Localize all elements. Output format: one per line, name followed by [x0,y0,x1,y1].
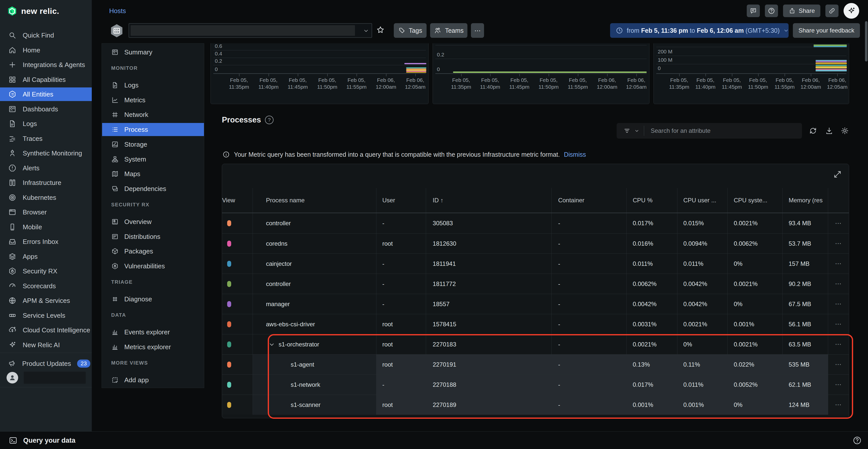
host-nav-item-vulnerabilities[interactable]: Vulnerabilities [102,259,204,272]
sidebar-item-home[interactable]: Home [0,43,92,57]
help-circle-icon[interactable]: ? [265,116,274,124]
table-row-s1-scanner[interactable]: s1-scannerroot2270189-0.001%0.001%0%124 … [222,394,849,415]
row-menu-button[interactable]: ⋯ [828,354,849,375]
host-selector[interactable] [129,23,372,38]
table-row-s1-orchestrator[interactable]: s1-orchestratorroot2270183-0.0021%0%0.00… [222,334,849,354]
column-header-cpu-syste[interactable]: CPU syste... [727,188,782,213]
sidebar-item-apm-services[interactable]: APM & Services [0,294,92,308]
share-button[interactable]: Share [783,4,820,17]
row-menu-button[interactable]: ⋯ [828,375,849,394]
host-nav-item-dependencies[interactable]: Dependencies [102,182,204,195]
column-header-container[interactable]: Container [552,188,627,213]
help-button[interactable] [765,4,778,17]
download-icon[interactable] [825,127,833,135]
scrollbar-thumb[interactable] [865,21,868,62]
column-header-user[interactable]: User [376,188,426,213]
chevron-down-icon[interactable] [269,341,275,348]
sidebar-item-infrastructure[interactable]: Infrastructure [0,176,92,190]
sidebar-item-dashboards[interactable]: Dashboards [0,102,92,116]
host-nav-item-diagnose[interactable]: Diagnose [102,292,204,306]
row-menu-button[interactable]: ⋯ [828,395,849,415]
host-nav-item-packages[interactable]: Packages [102,245,204,258]
sidebar-item-all-entities[interactable]: All Entities [0,88,92,101]
sidebar-item-product-updates[interactable]: Product Updates 23 [0,357,92,371]
column-header-view[interactable]: View [222,188,253,213]
host-nav-item-metrics[interactable]: Metrics [102,94,204,106]
column-header-process-name[interactable]: Process name [253,188,376,213]
host-nav-item-add-app[interactable]: Add app [102,374,204,386]
host-nav-item-logs[interactable]: Logs [102,78,204,92]
host-nav-item-storage[interactable]: Storage [102,138,204,151]
feedback-button[interactable]: Share your feedback [793,23,860,38]
row-menu-button[interactable]: ⋯ [828,294,849,314]
sidebar-item-scorecards[interactable]: Scorecards [0,279,92,293]
teams-button[interactable]: Teams [430,23,467,38]
sidebar-item-service-levels[interactable]: Service Levels [0,309,92,322]
feedback-comment-button[interactable] [747,4,760,17]
help-circle-icon[interactable] [852,436,862,445]
host-nav-item-metrics-explorer[interactable]: Metrics explorer [102,341,204,353]
host-nav-item-maps[interactable]: Maps [102,167,204,181]
host-nav-item-distributions[interactable]: Distributions [102,230,204,243]
table-row-coredns[interactable]: corednsroot1812630-0.016%0.0094%0.0062%5… [222,233,849,254]
table-row-s1-network[interactable]: s1-network-2270188-0.017%0.011%0.0052%62… [222,375,849,394]
host-nav-item-network[interactable]: Network [102,108,204,121]
gear-icon[interactable] [840,127,849,135]
row-menu-button[interactable]: ⋯ [828,233,849,254]
column-header-memory-res[interactable]: Memory (res [782,188,828,213]
sidebar-item-browser[interactable]: Browser [0,205,92,219]
ai-assistant-button[interactable] [843,3,859,19]
column-header-menu[interactable] [828,188,849,213]
row-menu-button[interactable]: ⋯ [828,334,849,354]
sidebar-item-cloud-cost-intelligence[interactable]: Cloud Cost Intelligence [0,323,92,337]
row-menu-button[interactable]: ⋯ [828,213,849,233]
sidebar-item-apps[interactable]: Apps [0,250,92,263]
filter-icon[interactable] [623,127,631,134]
sidebar-item-logs[interactable]: Logs [0,117,92,130]
sidebar-item-new-relic-ai[interactable]: New Relic AI [0,338,92,352]
column-header-cpu-user[interactable]: CPU user ... [677,188,728,213]
row-menu-button[interactable]: ⋯ [828,274,849,294]
table-row-s1-agent[interactable]: s1-agentroot2270191-0.13%0.11%0.022%535 … [222,354,849,375]
sidebar-item-synthetic-monitoring[interactable]: Synthetic Monitoring [0,147,92,160]
tags-button[interactable]: Tags [394,23,427,38]
search-input[interactable] [645,127,787,134]
sidebar-item-quick-find[interactable]: Quick Find [0,29,92,42]
host-nav-item-summary[interactable]: Summary [102,45,204,59]
new-relic-logo[interactable]: new relic. [6,5,59,17]
sidebar-item-kubernetes[interactable]: Kubernetes [0,191,92,204]
cpu_system-cell: 0% [727,294,782,314]
chevron-down-icon[interactable] [634,128,639,133]
column-header-cpu[interactable]: CPU % [627,188,677,213]
sidebar-item-all-capabilities[interactable]: All Capabilities [0,73,92,87]
favorite-star-icon[interactable] [376,25,385,35]
table-row-controller[interactable]: controller-305083-0.017%0.015%0.0021%93.… [222,213,849,233]
sidebar-item-traces[interactable]: Traces [0,132,92,146]
sidebar-item-alerts[interactable]: Alerts [0,161,92,175]
time-range-picker[interactable]: from Feb 5, 11:36 pm to Feb 6, 12:06 am … [610,23,788,38]
column-header-id[interactable]: ID ↑ [426,188,552,213]
refresh-icon[interactable] [809,127,817,135]
traces-icon [8,134,17,143]
sidebar-item-mobile[interactable]: Mobile [0,220,92,234]
host-nav-item-system[interactable]: System [102,153,204,166]
table-row-manager[interactable]: manager-18557-0.0042%0.0042%0%67.5 MB⋯ [222,294,849,314]
query-your-data-button[interactable]: Query your data [8,436,75,445]
sidebar-item-security-rx[interactable]: Security RX [0,264,92,278]
sidebar-item-integrations-agents[interactable]: Integrations & Agents [0,58,92,71]
more-actions-button[interactable]: ⋯ [471,23,484,38]
dismiss-link[interactable]: Dismiss [564,151,586,158]
host-nav-item-overview[interactable]: Overview [102,215,204,228]
host-nav-item-events-explorer[interactable]: Events explorer [102,325,204,339]
sidebar-item-errors-inbox[interactable]: Errors Inbox [0,235,92,249]
user-account-row[interactable] [0,371,92,385]
expand-icon[interactable] [833,170,842,179]
host-nav-item-process[interactable]: Process [102,123,204,136]
breadcrumb[interactable]: Hosts [109,7,126,15]
row-menu-button[interactable]: ⋯ [828,314,849,334]
table-row-aws-ebs-csi-driver[interactable]: aws-ebs-csi-driverroot1578415-0.0031%0.0… [222,314,849,334]
table-row-controller[interactable]: controller-1811772-0.0062%0.0042%0.0021%… [222,274,849,294]
copy-link-button[interactable] [826,4,838,17]
table-row-cainjector[interactable]: cainjector-1811941-0.011%0.011%0%157 MB⋯ [222,254,849,274]
row-menu-button[interactable]: ⋯ [828,254,849,274]
